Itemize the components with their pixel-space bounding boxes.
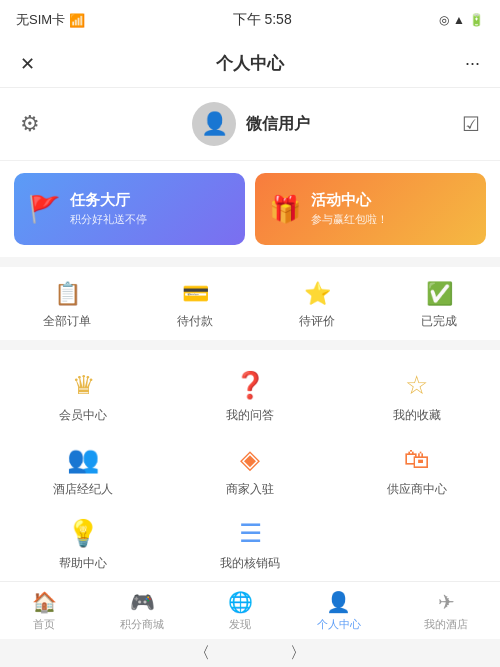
status-right: ◎ ▲ 🔋 (439, 13, 484, 27)
forward-chevron[interactable]: 〉 (290, 643, 306, 664)
pending-pay-label: 待付款 (177, 313, 213, 330)
settings-icon[interactable]: ⚙ (20, 111, 40, 137)
pending-review-icon: ⭐ (304, 281, 331, 307)
page-title: 个人中心 (216, 52, 284, 75)
status-time: 下午 5:58 (233, 11, 292, 29)
wifi-icon: 📶 (69, 13, 85, 28)
promo-task-text: 任务大厅 积分好礼送不停 (70, 191, 147, 227)
menu-merchant-settle[interactable]: ◈ 商家入驻 (167, 444, 334, 498)
signal-icon: ◎ (439, 13, 449, 27)
battery-icon: 🔋 (469, 13, 484, 27)
supplier-center-label: 供应商中心 (387, 481, 447, 498)
promo-task-hall[interactable]: 🚩 任务大厅 积分好礼送不停 (14, 173, 245, 245)
points-label: 积分商城 (120, 617, 164, 632)
gift-icon: 🎁 (269, 194, 301, 225)
my-qa-label: 我的问答 (226, 407, 274, 424)
menu-placeholder (333, 518, 500, 572)
pending-pay-icon: 💳 (182, 281, 209, 307)
promo-activity-text: 活动中心 参与赢红包啦！ (311, 191, 388, 227)
more-button[interactable]: ··· (465, 53, 480, 74)
all-orders-icon: 📋 (54, 281, 81, 307)
nav-points-mall[interactable]: 🎮 积分商城 (120, 590, 164, 632)
menu-vip-center[interactable]: ♛ 会员中心 (0, 370, 167, 424)
nav-my-hotel[interactable]: ✈ 我的酒店 (424, 590, 468, 632)
menu-row-2: 👥 酒店经纪人 ◈ 商家入驻 🛍 供应商中心 (0, 434, 500, 508)
merchant-settle-label: 商家入驻 (226, 481, 274, 498)
status-bar: 无SIM卡 📶 下午 5:58 ◎ ▲ 🔋 (0, 0, 500, 40)
home-indicator: 〈 〉 (0, 639, 500, 667)
crown-icon: ♛ (72, 370, 95, 401)
menu-row-3: 💡 帮助中心 ☰ 我的核销码 (0, 508, 500, 581)
order-pending-review[interactable]: ⭐ 待评价 (299, 281, 335, 330)
personal-center-label: 个人中心 (317, 617, 361, 632)
calendar-icon[interactable]: ☑ (462, 112, 480, 136)
close-button[interactable]: ✕ (20, 53, 35, 75)
completed-icon: ✅ (426, 281, 453, 307)
nav-personal-center[interactable]: 👤 个人中心 (317, 590, 361, 632)
profile-info: 👤 微信用户 (192, 102, 310, 146)
task-icon: 🚩 (28, 194, 60, 225)
list-icon: ☰ (239, 518, 262, 549)
nav-discover[interactable]: 🌐 发现 (228, 590, 253, 632)
menu-row-1: ♛ 会员中心 ❓ 我的问答 ☆ 我的收藏 (0, 360, 500, 434)
profile-area: ⚙ 👤 微信用户 ☑ (0, 88, 500, 161)
back-chevron[interactable]: 〈 (194, 643, 210, 664)
help-center-label: 帮助中心 (59, 555, 107, 572)
promo-task-title: 任务大厅 (70, 191, 147, 210)
nav-bar: ✕ 个人中心 ··· (0, 40, 500, 88)
bottom-nav: 🏠 首页 🎮 积分商城 🌐 发现 👤 个人中心 ✈ 我的酒店 (0, 581, 500, 639)
vip-center-label: 会员中心 (59, 407, 107, 424)
menu-section: ♛ 会员中心 ❓ 我的问答 ☆ 我的收藏 👥 酒店经纪人 ◈ 商家入驻 (0, 350, 500, 581)
shop-icon: 🛍 (404, 444, 430, 475)
question-icon: ❓ (234, 370, 266, 401)
person-icon: 👤 (326, 590, 351, 614)
home-label: 首页 (33, 617, 55, 632)
order-completed[interactable]: ✅ 已完成 (421, 281, 457, 330)
promo-activity-title: 活动中心 (311, 191, 388, 210)
discover-icon: 🌐 (228, 590, 253, 614)
menu-my-verification-code[interactable]: ☰ 我的核销码 (167, 518, 334, 572)
order-row: 📋 全部订单 💳 待付款 ⭐ 待评价 ✅ 已完成 (0, 267, 500, 340)
hotel-agent-label: 酒店经纪人 (53, 481, 113, 498)
avatar: 👤 (192, 102, 236, 146)
pending-review-label: 待评价 (299, 313, 335, 330)
nav-home[interactable]: 🏠 首页 (32, 590, 57, 632)
arrow-icon: ▲ (453, 13, 465, 27)
all-orders-label: 全部订单 (43, 313, 91, 330)
menu-help-center[interactable]: 💡 帮助中心 (0, 518, 167, 572)
bulb-icon: 💡 (67, 518, 99, 549)
promo-activity-sub: 参与赢红包啦！ (311, 212, 388, 227)
star-icon: ☆ (405, 370, 428, 401)
discover-label: 发现 (229, 617, 251, 632)
promo-section: 🚩 任务大厅 积分好礼送不停 🎁 活动中心 参与赢红包啦！ (0, 161, 500, 257)
home-icon: 🏠 (32, 590, 57, 614)
username-label: 微信用户 (246, 114, 310, 135)
menu-supplier-center[interactable]: 🛍 供应商中心 (333, 444, 500, 498)
menu-hotel-agent[interactable]: 👥 酒店经纪人 (0, 444, 167, 498)
order-pending-pay[interactable]: 💳 待付款 (177, 281, 213, 330)
completed-label: 已完成 (421, 313, 457, 330)
people-icon: 👥 (67, 444, 99, 475)
main-content: ⚙ 👤 微信用户 ☑ 🚩 任务大厅 积分好礼送不停 🎁 活动中心 参与赢红包啦！… (0, 88, 500, 581)
menu-my-favorites[interactable]: ☆ 我的收藏 (333, 370, 500, 424)
hotel-icon: ✈ (438, 590, 455, 614)
diamond-icon: ◈ (240, 444, 260, 475)
my-favorites-label: 我的收藏 (393, 407, 441, 424)
menu-my-qa[interactable]: ❓ 我的问答 (167, 370, 334, 424)
verification-code-label: 我的核销码 (220, 555, 280, 572)
points-icon: 🎮 (130, 590, 155, 614)
promo-task-sub: 积分好礼送不停 (70, 212, 147, 227)
order-all[interactable]: 📋 全部订单 (43, 281, 91, 330)
sim-status: 无SIM卡 (16, 11, 65, 29)
my-hotel-label: 我的酒店 (424, 617, 468, 632)
status-left: 无SIM卡 📶 (16, 11, 85, 29)
promo-activity-center[interactable]: 🎁 活动中心 参与赢红包啦！ (255, 173, 486, 245)
